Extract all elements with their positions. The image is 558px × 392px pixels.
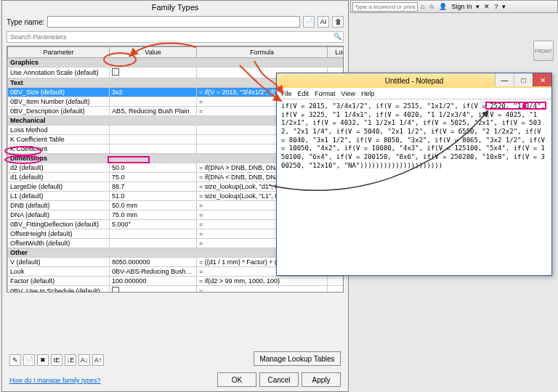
param-cell[interactable]: Use Annotation Scale (default) [8,68,110,78]
value-cell[interactable]: 50.0 mm [110,201,197,211]
param-cell[interactable]: 0BV_FittingDeflection (default) [8,220,110,229]
cancel-button[interactable]: Cancel [259,372,299,387]
param-toolbar: ✎ 📄 ✖ tE ↓E A↓ A↑ [9,354,104,366]
keyword-search-input[interactable] [352,2,418,12]
formula-cell[interactable]: = if(d2 > 99 mm, 1000, 100) [197,277,328,286]
favorites-icon[interactable]: ☆ [427,3,436,10]
app-header: ⌂ ☆ 👤 Sign In ▾ ✕ ? ▾ [350,0,558,13]
edit-param-icon[interactable]: ✎ [9,354,21,366]
param-cell[interactable]: OffsetWidth (default) [8,239,110,248]
notepad-titlebar[interactable]: Untitled - Notepad — □ ✕ [277,73,551,88]
viewcube-front[interactable]: FRONT [533,41,554,61]
delete-param-icon[interactable]: ✖ [37,354,49,366]
col-formula[interactable]: Formula [197,47,328,58]
table-row[interactable]: Factor (default)100.000000= if(d2 > 99 m… [8,277,344,286]
param-cell[interactable]: K Coefficient [8,144,110,154]
help-link[interactable]: How do I manage family types? [9,377,101,384]
value-cell[interactable] [110,239,197,248]
value-cell[interactable] [110,144,197,154]
new-type-icon[interactable]: 📄 [303,16,315,28]
ok-button[interactable]: OK [217,372,256,387]
value-cell[interactable]: 75.0 mm [110,211,197,220]
menu-help[interactable]: Help [361,90,375,97]
sort-desc-icon[interactable]: A↑ [92,354,104,366]
notepad-window: Untitled - Notepad — □ ✕ File Edit Forma… [276,73,552,276]
value-cell[interactable] [110,68,197,78]
value-cell[interactable] [110,126,197,135]
dropdown-icon[interactable]: ▾ [474,3,481,10]
value-cell[interactable]: 8050.000000 [110,258,197,267]
checkbox[interactable] [112,287,119,293]
param-cell[interactable]: V (default) [8,258,110,267]
typename-input[interactable] [47,16,300,28]
value-cell[interactable]: 50.0 [110,163,197,173]
param-cell[interactable]: Loss Method [8,126,110,135]
param-cell[interactable]: DNB (default) [8,201,110,211]
exchange-apps-icon[interactable]: ✕ [482,3,491,10]
col-lock[interactable]: Loc [328,47,344,58]
menu-file[interactable]: File [281,90,292,97]
param-cell[interactable]: 0BV_Item Number (default) [8,97,110,107]
param-cell[interactable]: 0BV_Size (default) [8,88,110,97]
value-cell[interactable] [110,97,197,107]
notepad-title: Untitled - Notepad [385,77,444,85]
value-cell[interactable]: 75.0 [110,173,197,182]
param-cell[interactable]: OffsetHeight (default) [8,229,110,239]
close-button[interactable]: ✕ [533,73,551,86]
param-cell[interactable]: K Coefficient Table [8,135,110,144]
signin-icon[interactable]: 👤 [437,3,448,10]
col-parameter[interactable]: Parameter [8,47,110,58]
checkbox[interactable] [112,68,119,75]
notepad-body[interactable]: if(V = 2015, "3/4x1/2", if(V = 2515, "1x… [277,99,551,275]
value-cell[interactable]: 51.0 [110,192,197,201]
menu-edit[interactable]: Edit [298,90,310,97]
move-up-icon[interactable]: tE [51,354,62,366]
signin-link[interactable]: Sign In [450,3,473,10]
value-cell[interactable] [110,286,197,293]
value-cell[interactable]: 3x2 [110,88,197,97]
param-cell[interactable]: Look [8,267,110,277]
minimize-button[interactable]: — [495,73,514,86]
sort-asc-icon[interactable]: A↓ [78,354,90,366]
col-value[interactable]: Value [110,47,197,58]
menu-view[interactable]: View [341,90,355,97]
value-cell[interactable]: 88.7 [110,182,197,192]
new-param-icon[interactable]: 📄 [23,354,35,366]
search-icon[interactable]: 🔍 [333,33,341,40]
formula-cell[interactable]: = [197,286,328,293]
value-cell[interactable]: 5.000° [110,220,197,229]
dialog-title: Family Types [2,1,348,14]
lock-cell[interactable] [328,277,344,286]
value-cell[interactable]: 100.000000 [110,277,197,286]
rename-type-icon[interactable]: AI [318,16,329,28]
move-down-icon[interactable]: ↓E [65,354,76,366]
param-cell[interactable]: d2 (default) [8,163,110,173]
delete-type-icon[interactable]: 🗑 [332,16,344,28]
help-dropdown-icon[interactable]: ▾ [501,3,507,10]
param-cell[interactable]: DNA (default) [8,211,110,220]
param-cell[interactable]: d1 (default) [8,173,110,182]
manage-lookup-tables-button[interactable]: Manage Lookup Tables [254,351,341,366]
param-cell[interactable]: 0BV_Description (default) [8,107,110,116]
value-cell[interactable] [110,229,197,239]
value-cell[interactable]: 0BV-ABS-Reducing Bush Plain-Astore [110,267,197,277]
value-cell[interactable]: ABS, Reducing Bush Plain [110,107,197,116]
search-parameters-input[interactable] [7,31,344,43]
group-row[interactable]: Graphics [8,58,344,68]
table-row[interactable]: 0BV_Use In Schedule (default)= [8,286,344,293]
help-icon[interactable]: ? [493,3,499,10]
param-cell[interactable]: 0BV_Use In Schedule (default) [8,286,110,293]
maximize-button[interactable]: □ [514,73,533,86]
typename-label: Type name: [7,18,44,26]
value-cell[interactable] [110,135,197,144]
apply-button[interactable]: Apply [302,372,341,387]
param-cell[interactable]: L1 (default) [8,192,110,201]
menu-format[interactable]: Format [315,90,336,97]
communication-center-icon[interactable]: ⌂ [419,3,426,10]
param-cell[interactable]: LargeDie (default) [8,182,110,192]
param-cell[interactable]: Factor (default) [8,277,110,286]
lock-cell[interactable] [328,286,344,293]
notepad-menubar: File Edit Format View Help [277,88,551,99]
